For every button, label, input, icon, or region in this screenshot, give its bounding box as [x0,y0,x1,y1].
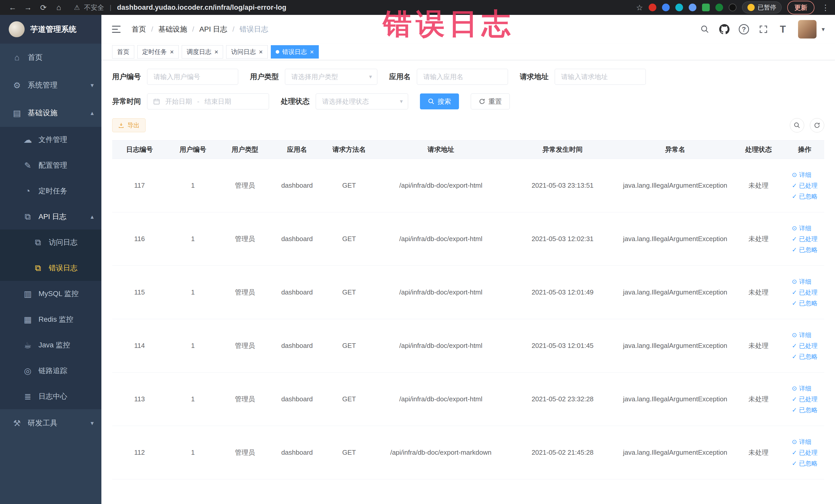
app-name-input[interactable] [417,69,508,85]
reload-icon[interactable]: ⟳ [37,2,50,13]
cell-method: GET [323,319,375,372]
process-status-select[interactable]: 请选择处理状态 ▾ [316,94,408,109]
clock-icon: ◔ [21,186,34,196]
close-icon[interactable]: × [310,48,314,55]
tab-schedule-log[interactable]: 调度日志 × [182,45,223,59]
sidebar-item-log-center[interactable]: ≣ 日志中心 [0,384,101,409]
reset-button[interactable]: 重置 [471,94,510,109]
ignored-link[interactable]: ✓已忽略 [792,246,817,254]
close-icon[interactable]: × [170,48,174,55]
exception-time-range-picker[interactable]: 开始日期 - 结束日期 [147,94,269,109]
avatar-caret-icon[interactable]: ▾ [822,26,825,33]
sidebar-item-system-management[interactable]: ⚙ 系统管理 ▾ [0,72,101,99]
extension-icon[interactable] [675,4,683,11]
browser-menu-icon[interactable]: ⋮ [822,3,829,12]
search-toggle-button[interactable] [790,118,804,133]
processed-link[interactable]: ✓已处理 [792,395,817,403]
extension-icon[interactable] [662,4,670,11]
avatar[interactable] [798,20,816,39]
eye-icon: ⊙ [792,331,797,339]
sidebar-item-file-management[interactable]: ☁ 文件管理 [0,127,101,153]
ignored-link[interactable]: ✓已忽略 [792,352,817,361]
extension-icon[interactable] [715,4,723,11]
back-icon[interactable]: ← [6,2,20,13]
check-icon: ✓ [792,246,797,254]
app-logo[interactable]: 芋道管理系统 [0,15,101,44]
sidebar-item-scheduled-jobs[interactable]: ◔ 定时任务 [0,178,101,204]
sidebar-item-redis-monitor[interactable]: ▦ Redis 监控 [0,306,101,332]
chevron-down-icon: ▾ [90,82,94,89]
error-log-table: 日志编号 用户编号 用户类型 应用名 请求方法名 请求地址 异常发生时间 异常名… [112,140,824,479]
user-id-input[interactable] [147,69,238,85]
user-id-label: 用户编号 [112,72,141,82]
detail-link[interactable]: ⊙详细 [792,171,811,179]
processed-link[interactable]: ✓已处理 [792,182,817,190]
user-type-select[interactable]: 请选择用户类型 ▾ [285,69,377,85]
col-process-status: 处理状态 [732,140,785,159]
paused-extension-badge[interactable]: 已暂停 [742,2,781,13]
forward-icon[interactable]: → [21,2,35,13]
breadcrumb-home[interactable]: 首页 [132,24,146,34]
extension-icon[interactable] [689,4,696,11]
close-icon[interactable]: × [214,48,218,55]
processed-link[interactable]: ✓已处理 [792,342,817,350]
export-button[interactable]: 导出 [112,118,145,132]
address-url[interactable]: dashboard.yudao.iocoder.cn/infra/log/api… [117,4,286,12]
extension-icon[interactable] [702,4,710,11]
detail-link[interactable]: ⊙详细 [792,384,811,392]
grid-icon: ▤ [10,108,24,118]
sidebar-item-label: 系统管理 [28,80,58,90]
processed-link[interactable]: ✓已处理 [792,235,817,243]
close-icon[interactable]: × [259,48,263,55]
extension-icon[interactable] [649,4,656,11]
chevron-down-icon: ▾ [400,98,403,105]
search-button[interactable]: 搜索 [420,94,459,109]
detail-link[interactable]: ⊙详细 [792,438,811,446]
tab-access-log[interactable]: 访问日志 × [226,45,267,59]
sidebar-item-error-log[interactable]: ⧉ 错误日志 [0,255,101,281]
fullscreen-icon[interactable] [755,21,772,38]
ignored-link[interactable]: ✓已忽略 [792,459,817,467]
bookmark-star-icon[interactable]: ☆ [636,3,643,12]
tab-error-log[interactable]: 错误日志 × [271,45,319,59]
sidebar-item-label: 文件管理 [39,135,67,144]
tab-home[interactable]: 首页 [112,45,134,59]
sidebar-item-api-log[interactable]: ⧉ API 日志 ▴ [0,204,101,229]
breadcrumb-infrastructure[interactable]: 基础设施 [158,24,187,34]
chevron-up-icon: ▴ [90,213,94,220]
browser-update-button[interactable]: 更新 [787,1,814,14]
breadcrumb-api-log[interactable]: API 日志 [200,24,227,34]
detail-link[interactable]: ⊙详细 [792,278,811,286]
search-icon[interactable] [696,21,713,38]
ignored-link[interactable]: ✓已忽略 [792,406,817,414]
sidebar-item-mysql-monitor[interactable]: ▥ MySQL 监控 [0,281,101,306]
cell-time: 2021-05-02 23:32:28 [507,372,618,426]
github-icon[interactable] [716,21,733,38]
sidebar-item-home[interactable]: ⌂ 首页 [0,44,101,72]
address-bar[interactable]: ⚠ 不安全 | dashboard.yudao.iocoder.cn/infra… [74,3,286,12]
sidebar-item-label: 链路追踪 [39,366,67,376]
sidebar-item-java-monitor[interactable]: ☕ Java 监控 [0,332,101,358]
tab-scheduled-jobs[interactable]: 定时任务 × [137,45,179,59]
help-icon[interactable]: ? [735,21,752,38]
refresh-button[interactable] [810,118,824,133]
sidebar-item-access-log[interactable]: ⧉ 访问日志 [0,229,101,255]
sidebar-item-infrastructure[interactable]: ▤ 基础设施 ▴ [0,99,101,127]
sidebar-item-config-management[interactable]: ✎ 配置管理 [0,153,101,178]
detail-link[interactable]: ⊙详细 [792,224,811,233]
sidebar-toggle-icon[interactable] [111,25,121,33]
cell-actions: ⊙详细 ✓已处理 ✓已忽略 [785,372,824,426]
ignored-link[interactable]: ✓已忽略 [792,299,817,307]
processed-link[interactable]: ✓已处理 [792,448,817,457]
sidebar-item-link-tracing[interactable]: ◎ 链路追踪 [0,358,101,384]
font-size-icon[interactable]: T [774,21,791,38]
cell-user-id: 1 [167,266,219,319]
ignored-link[interactable]: ✓已忽略 [792,192,817,201]
sidebar-item-dev-tools[interactable]: ⚒ 研发工具 ▾ [0,409,101,437]
request-url-input[interactable] [555,69,646,85]
cell-exception: java.lang.IllegalArgumentException [618,372,732,426]
home-icon[interactable]: ⌂ [52,2,66,13]
extension-icon[interactable] [729,4,736,11]
processed-link[interactable]: ✓已处理 [792,288,817,297]
detail-link[interactable]: ⊙详细 [792,331,811,339]
